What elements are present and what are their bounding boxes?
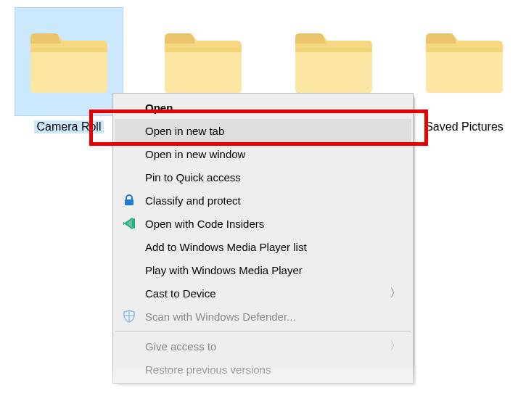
menu-separator xyxy=(115,331,411,332)
menu-pin-quick-access[interactable]: Pin to Quick access xyxy=(115,165,411,189)
folder-label: Saved Pictures xyxy=(403,120,526,133)
menu-scan-defender: Scan with Windows Defender... xyxy=(115,305,411,328)
menu-label: Restore previous versions xyxy=(145,363,271,376)
folder-label: Camera Roll xyxy=(34,120,104,133)
menu-label: Scan with Windows Defender... xyxy=(145,310,296,323)
menu-open-new-window[interactable]: Open in new window xyxy=(115,142,411,165)
lock-icon xyxy=(122,193,136,207)
menu-add-wmp-list[interactable]: Add to Windows Media Player list xyxy=(115,235,411,258)
chevron-right-icon: 〉 xyxy=(390,339,401,354)
menu-give-access-to: Give access to 〉 xyxy=(115,334,411,358)
menu-label: Open with Code Insiders xyxy=(145,218,264,230)
menu-label: Play with Windows Media Player xyxy=(145,264,303,276)
chevron-right-icon: 〉 xyxy=(390,286,401,301)
menu-cast-to-device[interactable]: Cast to Device 〉 xyxy=(115,281,411,305)
file-explorer-area: Camera Roll xyxy=(0,0,526,420)
menu-classify-protect[interactable]: Classify and protect xyxy=(115,189,411,212)
menu-restore-previous: Restore previous versions xyxy=(115,358,411,381)
menu-label: Add to Windows Media Player list xyxy=(145,241,307,253)
menu-label: Cast to Device xyxy=(145,287,216,300)
folder-saved-pictures[interactable]: Saved Pictures xyxy=(403,7,526,133)
menu-label: Pin to Quick access xyxy=(145,171,241,184)
menu-open-code-insiders[interactable]: Open with Code Insiders xyxy=(115,212,411,235)
menu-open-new-tab[interactable]: Open in new tab xyxy=(115,119,411,142)
menu-label: Give access to xyxy=(145,340,216,353)
menu-label: Open in new window xyxy=(145,148,245,160)
code-insiders-icon xyxy=(122,216,136,231)
shield-icon xyxy=(122,309,136,324)
menu-play-wmp[interactable]: Play with Windows Media Player xyxy=(115,258,411,281)
menu-open[interactable]: Open xyxy=(115,96,411,119)
context-menu: Open Open in new tab Open in new window … xyxy=(112,93,414,384)
svg-rect-0 xyxy=(125,199,133,205)
folder-icon xyxy=(410,7,519,116)
menu-label: Open xyxy=(145,102,173,114)
folder-icon xyxy=(15,7,123,116)
menu-label: Classify and protect xyxy=(145,194,241,207)
menu-label: Open in new tab xyxy=(145,125,224,137)
